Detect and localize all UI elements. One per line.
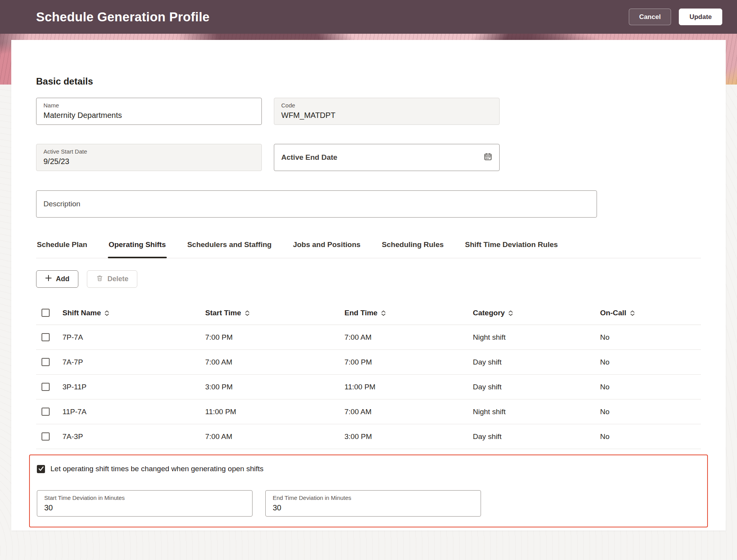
checkmark-icon [38,467,44,471]
name-field[interactable]: Name Maternity Departments [36,98,262,125]
app-header: Schedule Generation Profile Cancel Updat… [0,0,737,34]
tab-bar: Schedule Plan Operating Shifts Scheduler… [36,240,701,258]
table-row: 7P-7A 7:00 PM 7:00 AM Night shift No [36,325,701,350]
form-row-1: Name Maternity Departments Code WFM_MATD… [36,98,701,125]
cell-shift-name: 7A-7P [62,358,205,366]
code-field: Code WFM_MATDPT [274,98,500,125]
deviation-fields-row: Start Time Deviation in Minutes 30 End T… [37,490,700,517]
sort-icon[interactable] [381,310,386,316]
cell-on-call: No [600,432,701,441]
column-header-shift-name-label: Shift Name [62,309,101,317]
cell-category: Day shift [473,383,600,391]
cell-category: Day shift [473,358,600,366]
column-header-category[interactable]: Category [473,309,600,317]
end-time-deviation-label: End Time Deviation in Minutes [273,494,474,501]
active-start-date-label: Active Start Date [43,148,254,155]
cell-on-call: No [600,358,701,366]
sort-icon[interactable] [245,310,250,316]
cell-on-call: No [600,333,701,342]
cell-end-time: 7:00 AM [344,333,473,342]
table-header-row: Shift Name Start Time End Time Category … [36,301,701,325]
tab-schedulers-and-staffing[interactable]: Schedulers and Staffing [187,240,272,258]
basic-details-heading: Basic details [36,76,701,87]
table-row: 3P-11P 3:00 PM 11:00 PM Day shift No [36,375,701,399]
add-button[interactable]: Add [36,270,78,288]
tab-jobs-and-positions[interactable]: Jobs and Positions [292,240,361,258]
allow-shift-change-checkbox[interactable] [37,465,45,473]
active-end-date-field[interactable]: Active End Date [274,144,500,171]
code-field-value: WFM_MATDPT [281,110,492,120]
table-row: 7A-3P 7:00 AM 3:00 PM Day shift No [36,424,701,449]
column-header-end-time[interactable]: End Time [344,309,473,317]
cell-start-time: 3:00 PM [205,383,344,391]
column-header-on-call-label: On-Call [600,309,626,317]
row-checkbox[interactable] [42,333,50,341]
end-time-deviation-value: 30 [273,503,474,513]
column-header-end-time-label: End Time [344,309,377,317]
description-field-label: Description [43,200,80,208]
name-field-label: Name [43,102,254,109]
header-actions: Cancel Update [629,9,722,25]
cell-start-time: 7:00 AM [205,432,344,441]
start-time-deviation-label: Start Time Deviation in Minutes [44,494,245,501]
plus-icon [45,275,52,283]
tab-scheduling-rules[interactable]: Scheduling Rules [381,240,444,258]
row-checkbox[interactable] [42,383,50,391]
cell-on-call: No [600,383,701,391]
allow-shift-change-row[interactable]: Let operating shift times be changed whe… [37,463,700,475]
start-time-deviation-value: 30 [44,503,245,513]
sort-icon[interactable] [104,310,109,316]
cell-end-time: 3:00 PM [344,432,473,441]
page-title: Schedule Generation Profile [36,10,209,24]
cell-start-time: 11:00 PM [205,408,344,416]
cell-start-time: 7:00 PM [205,333,344,342]
name-field-value: Maternity Departments [43,110,254,120]
cell-end-time: 7:00 PM [344,358,473,366]
cancel-button[interactable]: Cancel [629,9,671,25]
add-button-label: Add [56,275,69,283]
cell-shift-name: 11P-7A [62,408,205,416]
cell-end-time: 7:00 AM [344,408,473,416]
code-field-label: Code [281,102,492,109]
column-header-category-label: Category [473,309,505,317]
cell-shift-name: 7P-7A [62,333,205,342]
sort-icon[interactable] [508,310,513,316]
allow-shift-change-label: Let operating shift times be changed whe… [50,465,263,473]
row-checkbox[interactable] [42,408,50,416]
sort-icon[interactable] [630,310,635,316]
trash-icon [96,274,104,284]
open-shift-options-highlight: Let operating shift times be changed whe… [29,455,708,527]
table-toolbar: Add Delete [36,270,701,288]
shifts-table: Shift Name Start Time End Time Category … [36,301,701,449]
cell-category: Night shift [473,333,600,342]
active-end-date-label: Active End Date [281,153,337,162]
description-field[interactable]: Description [36,190,597,218]
column-header-on-call[interactable]: On-Call [600,309,701,317]
cell-category: Day shift [473,432,600,441]
start-time-deviation-field[interactable]: Start Time Deviation in Minutes 30 [37,490,253,517]
active-start-date-value: 9/25/23 [43,156,254,166]
column-header-start-time[interactable]: Start Time [205,309,344,317]
calendar-icon[interactable] [484,152,492,162]
cell-shift-name: 7A-3P [62,432,205,441]
delete-button-label: Delete [107,275,128,283]
row-checkbox[interactable] [42,358,50,366]
column-header-start-time-label: Start Time [205,309,241,317]
end-time-deviation-field[interactable]: End Time Deviation in Minutes 30 [265,490,481,517]
table-row: 11P-7A 11:00 PM 7:00 AM Night shift No [36,399,701,424]
column-header-shift-name[interactable]: Shift Name [62,309,205,317]
active-start-date-field: Active Start Date 9/25/23 [36,144,262,171]
update-button[interactable]: Update [679,9,722,25]
table-row: 7A-7P 7:00 AM 7:00 PM Day shift No [36,350,701,375]
select-all-checkbox[interactable] [42,309,50,317]
delete-button[interactable]: Delete [87,270,137,288]
form-row-2: Active Start Date 9/25/23 Active End Dat… [36,144,701,171]
cell-end-time: 11:00 PM [344,383,473,391]
tab-schedule-plan[interactable]: Schedule Plan [36,240,88,258]
tab-shift-time-deviation-rules[interactable]: Shift Time Deviation Rules [464,240,559,258]
cell-category: Night shift [473,408,600,416]
content-card: Basic details Name Maternity Departments… [11,40,726,531]
tab-operating-shifts[interactable]: Operating Shifts [108,240,167,258]
row-checkbox[interactable] [42,432,50,441]
cell-shift-name: 3P-11P [62,383,205,391]
